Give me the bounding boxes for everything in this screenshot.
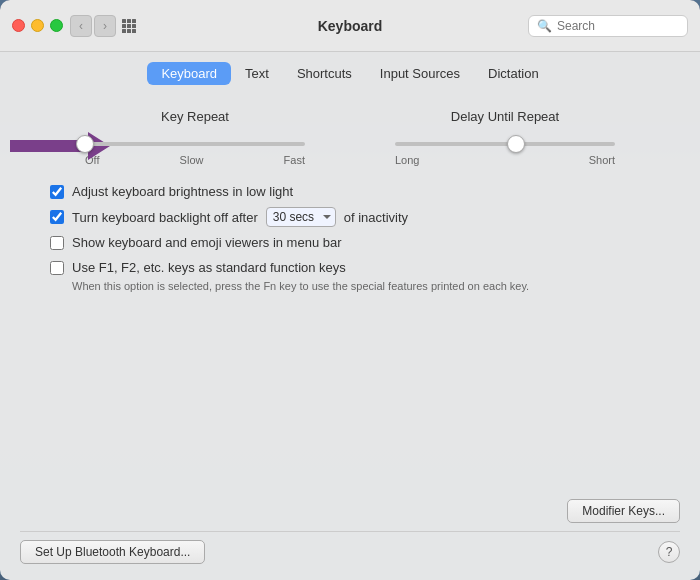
backlight-row: Turn keyboard backlight off after 5 secs… (50, 207, 650, 227)
svg-rect-5 (132, 24, 136, 28)
tab-dictation[interactable]: Dictation (474, 62, 553, 85)
titlebar: ‹ › Keyboard 🔍 (0, 0, 700, 52)
key-repeat-labels: Off Slow Fast (85, 154, 305, 166)
minimize-button[interactable] (31, 19, 44, 32)
key-repeat-slow-label: Slow (180, 154, 204, 166)
svg-rect-1 (127, 19, 131, 23)
backlight-checkbox[interactable] (50, 210, 64, 224)
checkboxes-section: Adjust keyboard brightness in low light … (0, 174, 700, 260)
delay-repeat-group: Delay Until Repeat Long Short (350, 109, 660, 166)
svg-rect-8 (132, 29, 136, 33)
fn-key-row: Use F1, F2, etc. keys as standard functi… (50, 260, 650, 275)
tab-input-sources[interactable]: Input Sources (366, 62, 474, 85)
window-title: Keyboard (318, 18, 383, 34)
tab-keyboard[interactable]: Keyboard (147, 62, 231, 85)
brightness-checkbox[interactable] (50, 185, 64, 199)
maximize-button[interactable] (50, 19, 63, 32)
delay-repeat-track (395, 142, 615, 146)
sliders-section: Key Repeat Off Slow Fast Delay Until Rep… (0, 93, 700, 174)
emoji-label: Show keyboard and emoji viewers in menu … (72, 235, 342, 250)
emoji-row: Show keyboard and emoji viewers in menu … (50, 235, 650, 250)
brightness-label: Adjust keyboard brightness in low light (72, 184, 293, 199)
keyboard-preferences-window: ‹ › Keyboard 🔍 Keyboard (0, 0, 700, 580)
key-repeat-label: Key Repeat (161, 109, 229, 124)
fn-keys-label: Use F1, F2, etc. keys as standard functi… (72, 260, 346, 275)
fn-keys-description: When this option is selected, press the … (50, 279, 650, 294)
svg-rect-7 (127, 29, 131, 33)
delay-repeat-slider-container (395, 134, 615, 154)
svg-rect-2 (132, 19, 136, 23)
back-button[interactable]: ‹ (70, 15, 92, 37)
tabs-bar: Keyboard Text Shortcuts Input Sources Di… (0, 52, 700, 93)
bluetooth-keyboard-button[interactable]: Set Up Bluetooth Keyboard... (20, 540, 205, 564)
help-button[interactable]: ? (658, 541, 680, 563)
key-repeat-slider-container (85, 134, 305, 154)
delay-short-label: Short (589, 154, 615, 166)
delay-long-label: Long (395, 154, 419, 166)
backlight-label-after: of inactivity (344, 210, 408, 225)
modifier-keys-button[interactable]: Modifier Keys... (567, 499, 680, 523)
svg-rect-6 (122, 29, 126, 33)
key-repeat-fast-label: Fast (284, 154, 305, 166)
emoji-checkbox[interactable] (50, 236, 64, 250)
svg-rect-4 (127, 24, 131, 28)
fn-keys-section: Use F1, F2, etc. keys as standard functi… (0, 260, 700, 294)
traffic-lights (12, 19, 63, 32)
brightness-row: Adjust keyboard brightness in low light (50, 184, 650, 199)
nav-buttons: ‹ › (70, 15, 116, 37)
bottom-area: Modifier Keys... Set Up Bluetooth Keyboa… (0, 294, 700, 580)
search-box[interactable]: 🔍 (528, 15, 688, 37)
delay-repeat-label: Delay Until Repeat (451, 109, 559, 124)
forward-button[interactable]: › (94, 15, 116, 37)
svg-rect-3 (122, 24, 126, 28)
tab-shortcuts[interactable]: Shortcuts (283, 62, 366, 85)
divider (20, 531, 680, 532)
bluetooth-row: Set Up Bluetooth Keyboard... ? (20, 540, 680, 564)
search-input[interactable] (557, 19, 679, 33)
backlight-label-before: Turn keyboard backlight off after (72, 210, 258, 225)
modifier-keys-row: Modifier Keys... (20, 499, 680, 523)
tab-text[interactable]: Text (231, 62, 283, 85)
delay-repeat-labels: Long Short (395, 154, 615, 166)
main-panel: Keyboard Text Shortcuts Input Sources Di… (0, 52, 700, 580)
svg-rect-0 (122, 19, 126, 23)
fn-keys-checkbox[interactable] (50, 261, 64, 275)
close-button[interactable] (12, 19, 25, 32)
key-repeat-track (85, 142, 305, 146)
backlight-dropdown[interactable]: 5 secs 10 secs 30 secs 1 min 5 mins (266, 207, 336, 227)
search-icon: 🔍 (537, 19, 552, 33)
grid-button[interactable] (118, 15, 140, 37)
